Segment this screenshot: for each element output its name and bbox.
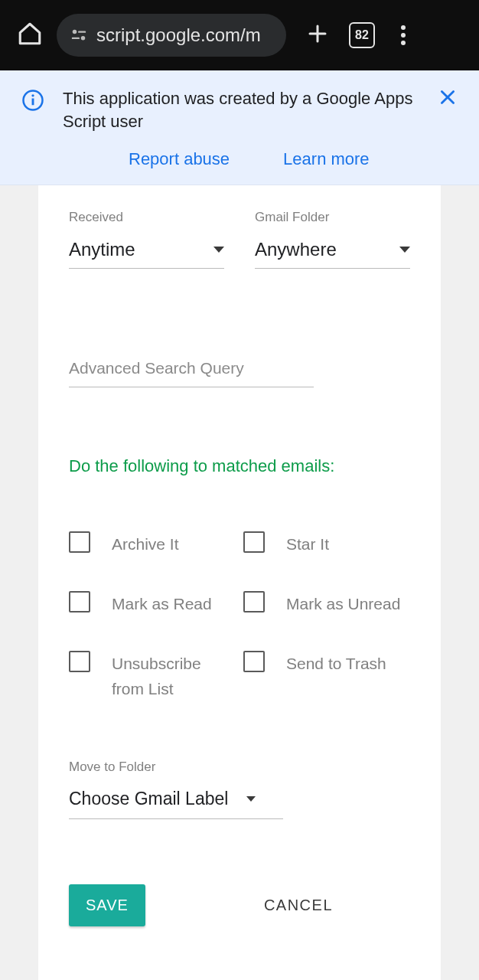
svg-rect-1	[78, 31, 86, 33]
cancel-button[interactable]: CANCEL	[264, 897, 333, 914]
move-folder-value: Choose Gmail Label	[69, 789, 228, 809]
new-tab-icon[interactable]	[306, 22, 329, 48]
checkbox-mark-read: Mark as Read	[69, 591, 236, 617]
checkbox-input[interactable]	[69, 531, 90, 553]
actions-checkbox-group: Archive It Star It Mark as Read Mark as …	[69, 531, 410, 701]
received-field: Received Anytime	[69, 210, 224, 269]
move-to-folder-field: Move to Folder Choose Gmail Label	[69, 760, 410, 819]
gmail-folder-select[interactable]: Anywhere	[255, 234, 410, 269]
chevron-down-icon	[246, 796, 256, 802]
learn-more-link[interactable]: Learn more	[283, 149, 370, 169]
received-label: Received	[69, 210, 224, 225]
svg-point-8	[31, 94, 34, 96]
checkbox-unsubscribe: Unsubscribe from List	[69, 651, 236, 702]
close-icon[interactable]	[438, 87, 458, 110]
site-settings-icon[interactable]	[70, 27, 87, 44]
move-folder-select[interactable]: Choose Gmail Label	[69, 786, 283, 819]
page-background: Received Anytime Gmail Folder Anywhere D…	[0, 185, 479, 980]
browser-toolbar: script.google.com/m 82	[0, 0, 479, 70]
svg-point-0	[73, 30, 77, 34]
chevron-down-icon	[213, 247, 224, 253]
overflow-menu-icon[interactable]	[398, 22, 409, 48]
banner-message: This application was created by a Google…	[63, 87, 419, 132]
checkbox-star: Star It	[243, 531, 410, 557]
svg-point-3	[81, 36, 86, 40]
checkbox-input[interactable]	[69, 651, 90, 672]
search-query-field	[69, 353, 314, 387]
checkbox-trash: Send to Trash	[243, 651, 410, 702]
tab-count-badge[interactable]: 82	[349, 22, 375, 48]
checkbox-archive: Archive It	[69, 531, 236, 557]
form-action-row: SAVE CANCEL	[69, 884, 410, 926]
received-select[interactable]: Anytime	[69, 234, 224, 269]
checkbox-label: Mark as Unread	[286, 591, 400, 617]
svg-rect-2	[72, 38, 80, 39]
url-text: script.google.com/m	[96, 24, 261, 46]
apps-script-banner: This application was created by a Google…	[0, 70, 479, 185]
report-abuse-link[interactable]: Report abuse	[129, 149, 230, 169]
actions-section-title: Do the following to matched emails:	[69, 456, 410, 476]
checkbox-input[interactable]	[243, 591, 265, 612]
checkbox-label: Send to Trash	[286, 651, 386, 677]
checkbox-label: Unsubscribe from List	[112, 651, 236, 702]
save-button[interactable]: SAVE	[69, 884, 145, 926]
checkbox-mark-unread: Mark as Unread	[243, 591, 410, 617]
info-icon	[21, 89, 44, 115]
gmail-folder-value: Anywhere	[255, 239, 337, 260]
checkbox-input[interactable]	[69, 591, 90, 612]
move-label: Move to Folder	[69, 760, 410, 775]
chevron-down-icon	[399, 247, 410, 253]
form-card: Received Anytime Gmail Folder Anywhere D…	[38, 185, 441, 980]
advanced-search-input[interactable]	[69, 353, 314, 387]
gmail-folder-field: Gmail Folder Anywhere	[255, 210, 410, 269]
checkbox-input[interactable]	[243, 531, 265, 553]
checkbox-label: Archive It	[112, 531, 179, 557]
checkbox-label: Star It	[286, 531, 329, 557]
checkbox-input[interactable]	[243, 651, 265, 672]
received-value: Anytime	[69, 239, 135, 260]
address-bar[interactable]: script.google.com/m	[57, 14, 286, 57]
checkbox-label: Mark as Read	[112, 591, 212, 617]
home-icon[interactable]	[17, 21, 43, 50]
gmail-folder-label: Gmail Folder	[255, 210, 410, 225]
